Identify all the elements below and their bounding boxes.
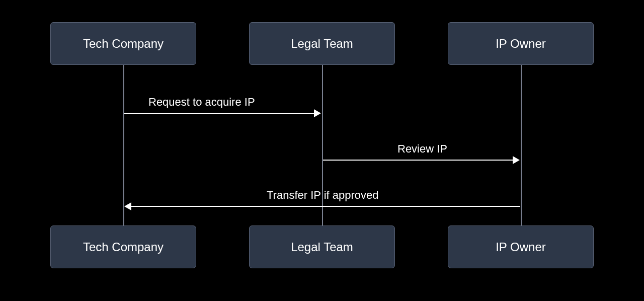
actor-legal-team-top: Legal Team: [249, 22, 395, 65]
actor-tech-company-bottom: Tech Company: [50, 225, 196, 268]
message-arrow-2: [323, 160, 513, 161]
actor-ip-owner-top: IP Owner: [448, 22, 594, 65]
actor-tech-company-top: Tech Company: [50, 22, 196, 65]
actor-label: Tech Company: [83, 37, 164, 51]
actor-label: IP Owner: [496, 240, 546, 254]
actor-label: IP Owner: [496, 37, 546, 51]
actor-ip-owner-bottom: IP Owner: [448, 225, 594, 268]
message-arrow-3: [131, 206, 520, 207]
actor-legal-team-bottom: Legal Team: [249, 225, 395, 268]
lifeline-tech-company: [123, 64, 124, 225]
arrow-head-2: [513, 156, 520, 164]
message-label-1: Request to acquire IP: [148, 96, 255, 109]
actor-label: Legal Team: [291, 37, 353, 51]
actor-label: Legal Team: [291, 240, 353, 254]
message-label-3: Transfer IP if approved: [267, 189, 379, 202]
lifeline-ip-owner: [521, 64, 522, 225]
actor-label: Tech Company: [83, 240, 164, 254]
message-label-2: Review IP: [397, 142, 447, 156]
arrow-head-3: [124, 202, 131, 210]
arrow-head-1: [314, 109, 321, 117]
message-arrow-1: [124, 113, 314, 114]
